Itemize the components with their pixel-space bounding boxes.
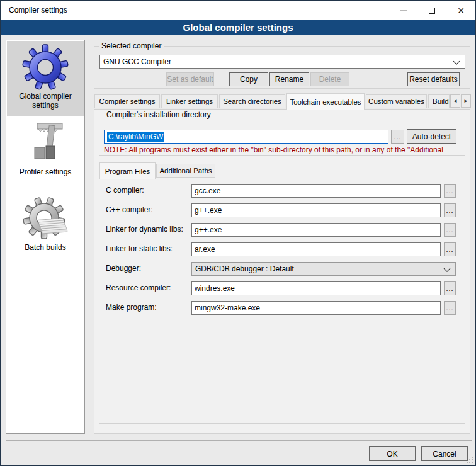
sidebar-item-label: Profiler settings xyxy=(20,168,72,176)
arrow-right-icon: ► xyxy=(463,98,468,104)
rename-button[interactable]: Rename xyxy=(269,72,309,86)
browse-cpp-compiler-button[interactable]: ... xyxy=(444,203,456,217)
blue-gear-icon xyxy=(22,44,69,91)
tab-toolchain-executables[interactable]: Toolchain executables xyxy=(286,93,365,110)
selected-compiler-group: Selected compiler GNU GCC Compiler Set a… xyxy=(94,46,470,89)
sidebar-item-label: Batch builds xyxy=(25,243,65,252)
field-label: C compiler: xyxy=(106,186,144,195)
field-label: C++ compiler: xyxy=(106,205,153,214)
group-label: Selected compiler xyxy=(99,42,164,50)
titlebar: Compiler settings ✕ xyxy=(1,1,475,20)
page-title: Global compiler settings xyxy=(1,20,475,35)
field-label: Linker for static libs: xyxy=(106,244,173,253)
tab-additional-paths[interactable]: Additional Paths xyxy=(156,164,215,178)
program-files-panel: C compiler: ... C++ compiler: ... Linker… xyxy=(99,178,465,424)
make-program-input[interactable] xyxy=(191,301,441,315)
set-as-default-button[interactable]: Set as default xyxy=(166,72,214,86)
field-label: Make program: xyxy=(106,303,157,312)
browse-c-compiler-button[interactable]: ... xyxy=(444,184,456,198)
sidebar-item-global-compiler-settings[interactable]: Global compiler settings xyxy=(7,41,84,116)
browse-make-program-button[interactable]: ... xyxy=(444,301,456,315)
selected-compiler-dropdown[interactable]: GNU GCC Compiler xyxy=(99,55,465,69)
chevron-down-icon xyxy=(453,58,460,67)
tab-build-options[interactable]: Build options xyxy=(428,94,450,108)
tab-scroll-left-button[interactable]: ◄ xyxy=(450,94,460,108)
field-label: Linker for dynamic libs: xyxy=(106,225,183,234)
sidebar-item-label: Global compiler settings xyxy=(7,92,84,110)
reset-defaults-button[interactable]: Reset defaults xyxy=(407,72,460,86)
selected-compiler-value: GNU GCC Compiler xyxy=(103,57,171,66)
installation-directory-value: C:\raylib\MinGW xyxy=(107,132,164,142)
group-label: Compiler's installation directory xyxy=(104,110,213,119)
gray-gear-stack-icon xyxy=(22,195,69,242)
installation-directory-input[interactable]: C:\raylib\MinGW xyxy=(104,130,388,144)
cancel-button[interactable]: Cancel xyxy=(421,446,468,461)
tab-compiler-settings[interactable]: Compiler settings xyxy=(94,94,160,108)
linker-static-input[interactable] xyxy=(191,242,441,256)
c-compiler-input[interactable] xyxy=(191,184,441,198)
maximize-icon xyxy=(429,8,435,14)
program-tabstrip: Program Files Additional Paths xyxy=(99,162,465,179)
cpp-compiler-input[interactable] xyxy=(191,203,441,217)
close-icon: ✕ xyxy=(457,6,465,16)
debugger-dropdown[interactable]: GDB/CDB debugger : Default xyxy=(191,262,456,276)
browse-linker-static-button[interactable]: ... xyxy=(444,242,456,256)
tab-linker-settings[interactable]: Linker settings xyxy=(161,94,218,108)
browse-directory-button[interactable]: ... xyxy=(391,130,404,144)
tab-custom-variables[interactable]: Custom variables xyxy=(366,94,427,108)
maximize-button[interactable] xyxy=(417,1,446,20)
chevron-down-icon xyxy=(443,265,451,274)
debugger-value: GDB/CDB debugger : Default xyxy=(195,264,294,273)
caliper-icon xyxy=(22,120,69,166)
linker-dynamic-input[interactable] xyxy=(191,223,441,237)
footer-divider xyxy=(6,440,472,441)
browse-linker-dynamic-button[interactable]: ... xyxy=(444,223,456,237)
field-label: Resource compiler: xyxy=(106,283,171,292)
delete-button[interactable]: Delete xyxy=(310,72,349,86)
minimize-button[interactable] xyxy=(388,1,417,20)
browse-resource-compiler-button[interactable]: ... xyxy=(444,281,456,295)
close-button[interactable]: ✕ xyxy=(446,1,475,20)
window-title: Compiler settings xyxy=(9,1,67,20)
ok-button[interactable]: OK xyxy=(369,446,416,461)
installation-directory-group: Compiler's installation directory C:\ray… xyxy=(99,115,465,156)
compiler-settings-dialog: Compiler settings ✕ Global compiler sett… xyxy=(0,0,476,466)
arrow-left-icon: ◄ xyxy=(453,98,458,104)
sidebar-item-profiler-settings[interactable]: Profiler settings xyxy=(7,116,84,191)
sidebar-item-batch-builds[interactable]: Batch builds xyxy=(7,192,84,267)
copy-button[interactable]: Copy xyxy=(229,72,268,86)
tab-program-files[interactable]: Program Files xyxy=(99,162,156,179)
resource-compiler-input[interactable] xyxy=(191,281,441,295)
note-text: NOTE: All programs must exist either in … xyxy=(104,145,462,154)
settings-sidebar: Global compiler settings Profiler settin… xyxy=(6,40,85,434)
main-tabstrip: Compiler settings Linker settings Search… xyxy=(94,93,472,110)
resize-grip[interactable] xyxy=(467,457,473,463)
field-label: Debugger: xyxy=(106,264,141,273)
auto-detect-button[interactable]: Auto-detect xyxy=(407,129,456,144)
tab-scroll-right-button[interactable]: ► xyxy=(461,94,471,108)
minimize-icon xyxy=(400,10,407,11)
tab-search-directories[interactable]: Search directories xyxy=(219,94,285,108)
